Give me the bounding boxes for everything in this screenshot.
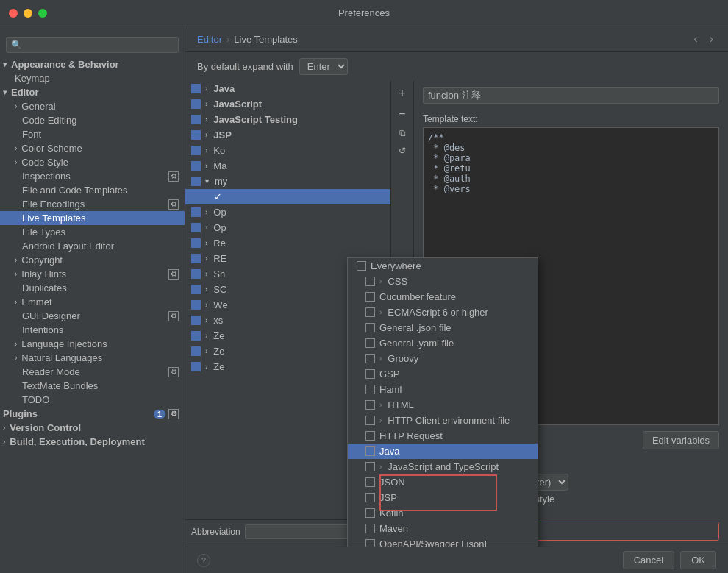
dd-item-general-yaml[interactable]: General .yaml file — [348, 335, 538, 351]
tlist-item-re[interactable]: › Re — [185, 235, 390, 251]
sidebar-item-reader-mode[interactable]: Reader Mode ⚙ — [0, 365, 185, 379]
dd-checkbox[interactable] — [365, 292, 375, 302]
sidebar-item-appearance[interactable]: ▾ Appearance & Behavior — [0, 57, 185, 71]
breadcrumb-parent[interactable]: Editor — [197, 34, 222, 45]
template-checkbox[interactable] — [191, 300, 201, 310]
sidebar-item-android-layout-editor[interactable]: Android Layout Editor — [0, 239, 185, 253]
minimize-button[interactable] — [24, 9, 32, 18]
expand-with-select[interactable]: Enter — [299, 58, 348, 75]
sidebar-item-code-editing[interactable]: Code Editing — [0, 113, 185, 127]
edit-variables-button[interactable]: Edit variables — [643, 431, 719, 449]
dd-checkbox[interactable] — [365, 323, 375, 332]
cancel-button[interactable]: Cancel — [623, 551, 674, 569]
sidebar-item-file-types[interactable]: File Types — [0, 225, 185, 239]
remove-button[interactable]: − — [394, 104, 410, 124]
template-checkbox[interactable] — [191, 161, 201, 171]
template-checkbox[interactable] — [191, 130, 201, 140]
dd-item-http-request[interactable]: HTTP Request — [348, 428, 538, 444]
template-checkbox[interactable] — [191, 331, 201, 341]
tlist-item-java[interactable]: › Java — [185, 81, 390, 96]
dd-checkbox[interactable] — [365, 307, 375, 317]
sidebar-item-natural-languages[interactable]: › Natural Languages — [0, 351, 185, 365]
dd-item-general-json[interactable]: General .json file — [348, 320, 538, 335]
dd-item-maven[interactable]: Maven — [348, 521, 538, 536]
template-checkbox[interactable] — [200, 192, 210, 202]
sidebar-item-general[interactable]: › General — [0, 99, 185, 113]
sidebar-item-editor[interactable]: ▾ Editor — [0, 85, 185, 99]
tlist-item-op1[interactable]: › Op — [185, 204, 390, 220]
template-checkbox[interactable] — [191, 177, 201, 186]
copy-button[interactable]: ⧉ — [394, 125, 410, 141]
description-input[interactable] — [423, 87, 719, 104]
dd-item-js-ts[interactable]: › JavaScript and TypeScript — [348, 459, 538, 474]
template-checkbox[interactable] — [191, 254, 201, 263]
template-checkbox[interactable] — [191, 346, 201, 356]
dd-checkbox[interactable] — [357, 261, 366, 271]
sidebar-item-version-control[interactable]: › Version Control — [0, 421, 185, 435]
sidebar-item-gui-designer[interactable]: GUI Designer ⚙ — [0, 309, 185, 323]
dd-checkbox[interactable] — [365, 277, 375, 286]
dd-item-html[interactable]: › HTML — [348, 397, 538, 413]
sidebar-item-file-encodings[interactable]: File Encodings ⚙ — [0, 197, 185, 211]
forward-button[interactable]: › — [707, 32, 716, 46]
sidebar-item-build[interactable]: › Build, Execution, Deployment — [0, 435, 185, 449]
dd-item-http-env[interactable]: › HTTP Client environment file — [348, 413, 538, 428]
template-checkbox[interactable] — [191, 115, 201, 124]
template-checkbox[interactable] — [191, 223, 201, 232]
dd-checkbox[interactable] — [365, 416, 375, 425]
add-button[interactable]: + — [394, 84, 410, 103]
reset-button[interactable]: ↺ — [394, 143, 410, 159]
dd-item-cucumber[interactable]: Cucumber feature — [348, 289, 538, 305]
sidebar-item-intentions[interactable]: Intentions — [0, 323, 185, 337]
dd-item-ecmascript[interactable]: › ECMAScript 6 or higher — [348, 305, 538, 320]
sidebar-item-file-code-templates[interactable]: File and Code Templates — [0, 183, 185, 197]
search-input[interactable] — [6, 37, 179, 53]
template-checkbox[interactable] — [191, 362, 201, 371]
template-checkbox[interactable] — [191, 285, 201, 294]
dd-item-json[interactable]: JSON — [348, 474, 538, 490]
dd-checkbox[interactable] — [365, 385, 375, 394]
dd-checkbox[interactable] — [365, 431, 375, 441]
dd-item-haml[interactable]: Haml — [348, 382, 538, 397]
sidebar-item-plugins[interactable]: Plugins 1 ⚙ — [0, 407, 185, 421]
dd-item-groovy[interactable]: › Groovy — [348, 351, 538, 366]
template-checkbox[interactable] — [191, 269, 201, 279]
dd-item-gsp[interactable]: GSP — [348, 366, 538, 382]
template-checkbox[interactable] — [191, 84, 201, 93]
tlist-item-ma[interactable]: › Ma — [185, 158, 390, 174]
tlist-item-ko[interactable]: › Ko — [185, 143, 390, 158]
dd-item-everywhere[interactable]: Everywhere — [348, 258, 538, 274]
tlist-item-my[interactable]: ▾ my — [185, 174, 390, 189]
tlist-item-my-child[interactable]: ✓ — [185, 189, 390, 204]
help-button[interactable]: ? — [197, 554, 210, 567]
tlist-item-jsp[interactable]: › JSP — [185, 127, 390, 143]
sidebar-item-inspections[interactable]: Inspections ⚙ — [0, 169, 185, 183]
sidebar-item-live-templates[interactable]: Live Templates — [0, 211, 185, 225]
dd-checkbox[interactable] — [365, 354, 375, 363]
dd-checkbox[interactable] — [365, 493, 375, 502]
sidebar-item-font[interactable]: Font — [0, 127, 185, 141]
dd-checkbox[interactable] — [365, 446, 375, 456]
dd-item-css[interactable]: › CSS — [348, 274, 538, 289]
dd-checkbox[interactable] — [365, 508, 375, 518]
dd-item-java[interactable]: Java — [348, 444, 538, 459]
sidebar-item-keymap[interactable]: Keymap — [0, 71, 185, 85]
template-checkbox[interactable] — [191, 316, 201, 325]
ok-button[interactable]: OK — [680, 551, 716, 569]
sidebar-item-code-style[interactable]: › Code Style — [0, 155, 185, 169]
dd-checkbox[interactable] — [365, 338, 375, 348]
dd-checkbox[interactable] — [365, 400, 375, 410]
template-checkbox[interactable] — [191, 207, 201, 217]
template-checkbox[interactable] — [191, 99, 201, 109]
dd-checkbox[interactable] — [365, 524, 375, 533]
sidebar-item-duplicates[interactable]: Duplicates — [0, 281, 185, 295]
dd-checkbox[interactable] — [365, 539, 375, 547]
maximize-button[interactable] — [38, 9, 47, 18]
template-checkbox[interactable] — [191, 238, 201, 248]
dd-checkbox[interactable] — [365, 462, 375, 471]
dd-item-kotlin[interactable]: Kotlin — [348, 505, 538, 521]
sidebar-item-todo[interactable]: TODO — [0, 393, 185, 407]
tlist-item-op2[interactable]: › Op — [185, 220, 390, 235]
dd-item-openapi-json[interactable]: OpenAPI/Swagger [.json] — [348, 536, 538, 547]
sidebar-item-copyright[interactable]: › Copyright — [0, 253, 185, 267]
